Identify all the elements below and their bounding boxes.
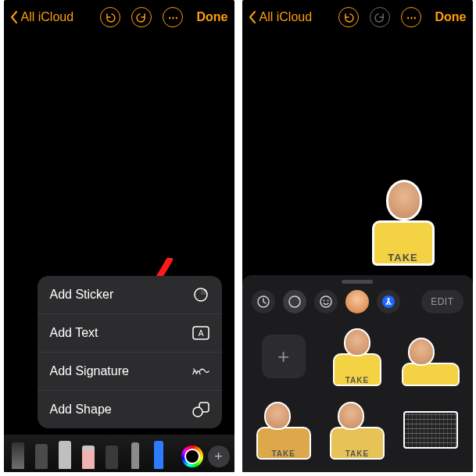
drawer-grabber[interactable] [342,280,373,284]
sticker-cell[interactable]: TAKE [324,396,391,463]
stickers-tab[interactable] [283,290,306,313]
menu-item-label: Add Sticker [50,288,114,302]
pencil-tool[interactable] [55,438,74,469]
sticker-cell[interactable]: TAKE [250,396,317,463]
appstore-icon [381,295,395,309]
plus-icon: + [262,335,306,378]
undo-button[interactable] [338,7,359,27]
sticker-cell[interactable] [397,323,464,390]
ellipsis-icon: ⋯ [406,12,415,23]
sticker-shirt-text: TAKE [372,220,435,266]
appstore-tab[interactable] [377,290,400,313]
sticker-category-bar: EDIT [242,287,473,320]
chevron-left-icon [249,11,256,23]
undo-icon [105,12,116,23]
menu-item-add-text[interactable]: Add Text A [38,314,222,353]
clock-icon [256,295,270,309]
sticker-picker-drawer: EDIT + TAKE TAKE TAKE [242,275,473,472]
right-screenshot: All iCloud ⋯ Done TAKE [242,0,473,472]
marker-tool[interactable] [32,438,51,469]
svg-point-4 [193,407,202,417]
redo-button[interactable] [131,7,152,27]
svg-point-7 [320,296,331,307]
chevron-left-icon [10,11,18,23]
placed-sticker[interactable]: TAKE [366,175,441,266]
highlighter-tool[interactable] [149,438,168,469]
sticker-grid: + TAKE TAKE TAKE [242,320,473,470]
sticker-thumb-keyboard [403,411,458,449]
menu-item-add-shape[interactable]: Add Shape [38,391,222,428]
more-button[interactable]: ⋯ [401,7,421,27]
sticker-cell[interactable]: TAKE [324,323,391,390]
redo-button-disabled [370,7,390,27]
left-screenshot: All iCloud ⋯ Done Add Sticker Add Text [4,0,234,472]
ruler-tool[interactable] [126,438,145,469]
more-button[interactable]: ⋯ [163,7,183,27]
menu-item-label: Add Shape [50,403,112,417]
memoji-tab[interactable] [345,290,369,313]
sticker-thumb [402,325,460,388]
sticker-icon [192,286,209,303]
sticker-cell[interactable] [397,396,464,463]
color-picker-button[interactable] [181,446,203,467]
redo-icon [136,12,147,23]
emoji-tab[interactable] [314,290,338,313]
sticker-thumb: TAKE [328,399,386,461]
done-button[interactable]: Done [435,10,467,24]
redo-icon [374,12,385,23]
back-button[interactable]: All iCloud [10,10,74,24]
menu-item-add-signature[interactable]: Add Signature [38,353,222,391]
recents-tab[interactable] [252,290,275,313]
menu-item-add-sticker[interactable]: Add Sticker [38,276,222,314]
top-navigation-bar: All iCloud ⋯ Done [4,0,234,34]
undo-icon [343,12,354,23]
add-button[interactable]: + [208,446,230,467]
sticker-thumb: TAKE [328,325,386,388]
back-label: All iCloud [21,10,74,24]
sticker-face [386,180,422,220]
sticker-icon [288,295,302,309]
shapes-icon [192,401,209,418]
top-navigation-bar: All iCloud ⋯ Done [242,0,473,34]
svg-text:A: A [198,329,203,338]
textbox-icon: A [192,324,209,342]
back-label: All iCloud [259,10,313,24]
done-button[interactable]: Done [197,10,228,24]
pen-tool[interactable] [9,438,27,469]
sticker-thumb: TAKE [255,399,313,461]
add-context-menu: Add Sticker Add Text A Add Signature Add… [38,276,222,428]
svg-point-9 [327,300,328,302]
edit-button[interactable]: EDIT [421,290,463,313]
undo-button[interactable] [100,7,120,27]
menu-item-label: Add Text [50,326,98,340]
signature-icon [192,363,209,380]
back-button[interactable]: All iCloud [249,10,313,24]
add-sticker-cell[interactable]: + [250,323,317,390]
svg-point-8 [323,300,324,302]
menu-item-label: Add Signature [50,364,129,378]
ellipsis-icon: ⋯ [168,12,177,23]
markup-tool-tray: + [4,435,234,472]
smiley-icon [319,295,333,309]
lasso-tool[interactable] [102,438,121,469]
eraser-tool[interactable] [79,438,98,469]
edit-label: EDIT [431,296,453,307]
